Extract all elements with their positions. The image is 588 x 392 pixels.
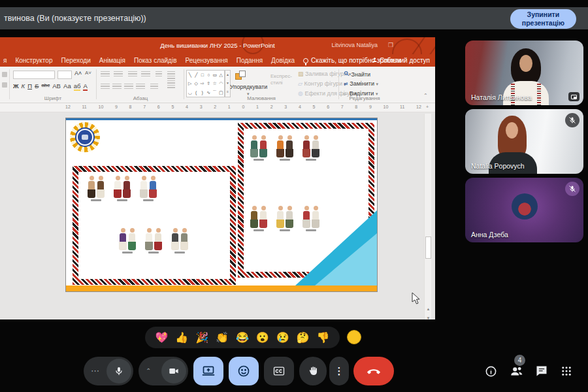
reaction-emoji-1[interactable]: 👍 xyxy=(175,333,188,343)
reaction-emoji-4[interactable]: 😂 xyxy=(236,333,249,343)
reaction-emoji-5[interactable]: 😮 xyxy=(256,333,269,343)
grow-font-icon[interactable]: А˄ xyxy=(74,70,82,76)
shape-glyph-4[interactable]: ▭ xyxy=(212,71,218,79)
mic-options-icon[interactable]: ⋯ xyxy=(91,357,99,385)
ppt-tab-partial[interactable]: я xyxy=(3,57,7,64)
font-button-аб[interactable]: аб xyxy=(74,82,81,91)
indent-icon[interactable] xyxy=(128,71,137,77)
bullets-icon[interactable] xyxy=(101,71,110,77)
find-button[interactable]: Знайти xyxy=(344,71,370,78)
ppt-tab-Показ слайдів[interactable]: Показ слайдів xyxy=(134,57,177,64)
present-screen-button[interactable] xyxy=(193,357,223,385)
shape-glyph-11[interactable]: ◠ xyxy=(218,79,225,88)
ppt-tab-Довідка[interactable]: Довідка xyxy=(271,57,295,64)
shrink-font-icon[interactable]: А˅ xyxy=(85,70,91,76)
meeting-details-button[interactable] xyxy=(483,364,498,378)
microphone-button[interactable]: ⋯ xyxy=(84,357,133,385)
reaction-emoji-6[interactable]: 😢 xyxy=(276,333,289,343)
align-right-icon[interactable] xyxy=(124,84,133,90)
raise-hand-button[interactable] xyxy=(299,357,327,385)
font-button-АВ[interactable]: АВ xyxy=(52,82,61,91)
replace-button[interactable]: ⇄ Замінити ▾ xyxy=(344,80,378,87)
shape-glyph-7[interactable]: ◇ xyxy=(193,79,200,88)
slide-scrollbar[interactable]: ▲ ▼ xyxy=(424,114,431,319)
more-options-button[interactable]: ⋮ xyxy=(329,357,349,385)
clipboard-icon[interactable] xyxy=(2,72,7,77)
mic-icon[interactable] xyxy=(106,359,131,384)
shape-glyph-2[interactable]: □ xyxy=(199,71,206,79)
reactions-toggle-button[interactable] xyxy=(229,357,259,385)
slide-canvas[interactable] xyxy=(65,118,378,292)
stop-presentation-button[interactable]: Зупинити презентацію xyxy=(510,9,576,29)
font-button-Ж[interactable]: Ж xyxy=(13,82,19,91)
costume-figure xyxy=(171,228,179,250)
ruler-number: 5 xyxy=(171,105,174,109)
participant-tile-anna-dzeba[interactable]: Анна Дзеба xyxy=(465,178,583,242)
previous-slide-button[interactable]: ▲ xyxy=(425,307,432,311)
shape-glyph-10[interactable]: ☆ xyxy=(212,79,218,88)
text-direction-icon[interactable] xyxy=(155,71,162,77)
ppt-tab-Анімація[interactable]: Анімація xyxy=(99,57,125,64)
shape-glyph-9[interactable]: ⇧ xyxy=(206,79,212,88)
align-center-icon[interactable] xyxy=(112,84,122,90)
skin-tone-selector[interactable] xyxy=(347,330,361,344)
ppt-tab-Конструктор[interactable]: Конструктор xyxy=(15,57,52,64)
font-button-Аа[interactable]: Аа xyxy=(63,82,71,91)
font-size-input[interactable] xyxy=(57,71,72,79)
ruler-number: 11 xyxy=(82,105,87,109)
apps-grid-icon xyxy=(561,365,572,377)
shape-glyph-5[interactable]: △ xyxy=(218,71,225,79)
ppt-tab-Рецензування[interactable]: Рецензування xyxy=(186,57,228,64)
participants-panel-button[interactable] xyxy=(510,364,524,378)
next-slide-button[interactable]: ▼ xyxy=(425,316,432,319)
align-left-icon[interactable] xyxy=(101,84,110,90)
font-button-А[interactable]: А xyxy=(83,82,87,91)
window-restore-icon[interactable]: ❐ xyxy=(388,42,393,48)
camera-button[interactable]: ⌃ xyxy=(139,357,188,385)
participant-tile-natalia-lytvynova[interactable]: Наталія Литвинова xyxy=(465,41,583,105)
reaction-emoji-8[interactable]: 👎 xyxy=(316,333,329,343)
participant-face xyxy=(519,55,532,72)
costume-group xyxy=(276,135,293,161)
arrange-button[interactable]: Упорядкувати xyxy=(230,84,267,90)
captions-button[interactable] xyxy=(264,357,294,385)
font-button-abc[interactable]: abc xyxy=(41,82,50,91)
ruler-number: 7 xyxy=(341,105,344,109)
font-button-П[interactable]: П xyxy=(27,82,32,91)
end-call-button[interactable] xyxy=(353,357,394,385)
reaction-emoji-7[interactable]: 🤔 xyxy=(297,333,310,343)
shape-glyph-1[interactable]: ╱ xyxy=(193,71,200,79)
camera-icon[interactable] xyxy=(161,359,186,384)
ppt-tab-Переходи[interactable]: Переходи xyxy=(61,57,90,64)
ppt-share-button[interactable]: Спільний доступ xyxy=(372,54,430,67)
line-spacing-icon[interactable] xyxy=(141,71,150,77)
reaction-emoji-3[interactable]: 👏 xyxy=(216,333,229,343)
font-name-input[interactable] xyxy=(13,71,55,79)
costume-row xyxy=(250,206,319,231)
shape-glyph-3[interactable]: ○ xyxy=(206,71,212,79)
participant-tile-natalia-popovych[interactable]: Natalia Popovych xyxy=(465,109,583,174)
columns-icon[interactable] xyxy=(150,84,158,90)
slides-icon[interactable] xyxy=(2,82,7,88)
camera-options-icon[interactable]: ⌃ xyxy=(146,357,151,385)
scrollbar-thumb[interactable] xyxy=(425,237,431,259)
picture-in-picture-icon[interactable] xyxy=(568,92,580,101)
costume-caption xyxy=(306,159,316,161)
shape-glyph-6[interactable]: ▷ xyxy=(187,79,193,88)
reaction-emoji-2[interactable]: 🎉 xyxy=(195,333,208,343)
activities-button[interactable] xyxy=(559,364,574,378)
shape-glyph-8[interactable]: ⇨ xyxy=(199,79,206,88)
shapes-gallery[interactable]: ╲╱□○▭△▷◇⇨⇧☆◠◡()∿⌒▢ xyxy=(186,70,225,97)
justify-icon[interactable] xyxy=(136,84,145,90)
quick-styles-button[interactable]: Експрес-стилі xyxy=(270,73,294,86)
ppt-tab-Подання[interactable]: Подання xyxy=(237,57,263,64)
reaction-emoji-0[interactable]: 💖 xyxy=(155,333,168,343)
font-button-S[interactable]: S xyxy=(35,82,39,91)
collapse-ribbon-icon[interactable]: ⌃ xyxy=(423,93,428,99)
font-button-К[interactable]: К xyxy=(22,82,25,91)
chat-panel-button[interactable] xyxy=(534,364,549,378)
smartart-convert-icon[interactable] xyxy=(167,71,175,88)
muted-mic-icon xyxy=(565,182,580,196)
shape-glyph-0[interactable]: ╲ xyxy=(187,71,193,79)
numbering-icon[interactable] xyxy=(114,71,123,77)
